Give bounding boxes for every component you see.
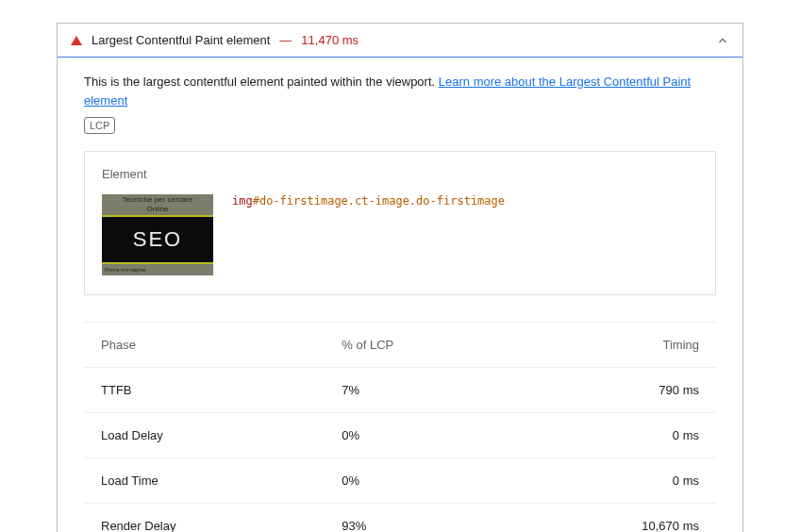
table-row: Load Time 0% 0 ms xyxy=(84,458,716,504)
intro-description: This is the largest contentful element p… xyxy=(84,75,439,89)
element-section: Element Tecniche per cercare Online SEO … xyxy=(84,151,716,295)
thumb-seo-text: SEO xyxy=(133,227,182,252)
col-phase: Phase xyxy=(84,323,325,368)
audit-body: This is the largest contentful element p… xyxy=(58,58,742,532)
selector-classes: .ct-image.do-firstimage xyxy=(348,194,505,208)
thumb-caption-top: Tecniche per cercare Online xyxy=(102,194,213,215)
col-timing: Timing xyxy=(514,323,716,368)
col-pct: % of LCP xyxy=(325,323,514,368)
audit-dash: — xyxy=(279,33,292,47)
element-row: Tecniche per cercare Online SEO Prima im… xyxy=(85,189,715,294)
table-row: Render Delay 93% 10,670 ms xyxy=(84,504,716,533)
phase-table: Phase % of LCP Timing TTFB 7% 790 ms Loa… xyxy=(84,322,716,532)
thumb-caption-bottom: Prima immagine xyxy=(102,264,213,275)
table-row: TTFB 7% 790 ms xyxy=(84,368,716,413)
element-thumbnail: Tecniche per cercare Online SEO Prima im… xyxy=(102,194,213,275)
lcp-badge: LCP xyxy=(84,117,115,134)
intro-text: This is the largest contentful element p… xyxy=(84,73,716,109)
chevron-up-icon[interactable] xyxy=(716,34,729,47)
audit-title: Largest Contentful Paint element xyxy=(92,33,270,47)
audit-time: 11,470 ms xyxy=(301,33,358,47)
element-selector: img#do-firstimage.ct-image.do-firstimage xyxy=(232,194,505,208)
selector-tag: img xyxy=(232,194,253,208)
lcp-audit-panel: Largest Contentful Paint element — 11,47… xyxy=(57,23,743,532)
audit-header[interactable]: Largest Contentful Paint element — 11,47… xyxy=(58,24,742,58)
fail-triangle-icon xyxy=(71,36,82,45)
element-heading: Element xyxy=(85,152,715,189)
selector-id: #do-firstimage xyxy=(253,194,348,208)
table-row: Load Delay 0% 0 ms xyxy=(84,413,716,458)
